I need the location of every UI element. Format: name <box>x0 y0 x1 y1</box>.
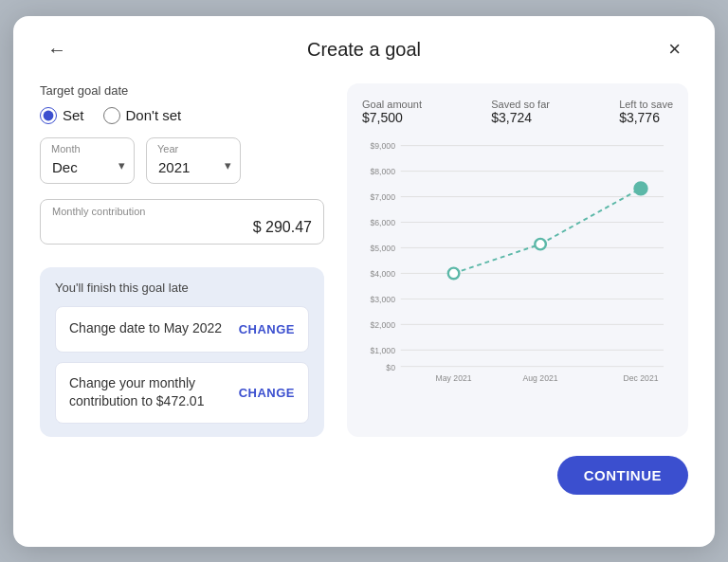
radio-set[interactable]: Set <box>40 107 84 124</box>
suggestion-2-change-button[interactable]: CHANGE <box>224 382 295 404</box>
suggestion-2: Change your monthly contribution to $472… <box>55 362 309 424</box>
svg-text:Dec 2021: Dec 2021 <box>623 373 658 383</box>
month-select[interactable]: Dec Jan Feb Mar Apr May Jun Jul Aug Sep … <box>40 137 135 184</box>
svg-text:$4,000: $4,000 <box>370 269 395 279</box>
chart-point-aug <box>535 238 546 249</box>
chart-header: Goal amount $7,500 Saved so far $3,724 L… <box>362 99 673 125</box>
radio-group: Set Don't set <box>40 107 324 124</box>
year-select[interactable]: 2021 2020 2022 2023 2024 <box>146 137 241 184</box>
suggestion-2-text: Change your monthly contribution to $472… <box>69 374 224 411</box>
left-to-save-value: $3,776 <box>619 110 660 125</box>
modal-header: ← Create a goal × <box>40 39 688 61</box>
saved-so-far-label: Saved so far <box>491 99 550 110</box>
right-panel: Goal amount $7,500 Saved so far $3,724 L… <box>347 83 688 437</box>
svg-text:$6,000: $6,000 <box>370 218 395 227</box>
radio-dont-set-label: Don't set <box>126 107 182 123</box>
chart-point-dec <box>634 182 646 194</box>
year-select-group: Year 2021 2020 2022 2023 2024 ▾ <box>146 137 241 184</box>
goal-amount-value: $7,500 <box>362 110 403 125</box>
target-goal-label: Target goal date <box>40 83 324 98</box>
continue-button[interactable]: CONTINUE <box>557 456 688 495</box>
modal: ← Create a goal × Target goal date Set D… <box>13 16 715 547</box>
svg-text:$2,000: $2,000 <box>370 320 395 330</box>
contribution-input[interactable] <box>52 219 312 236</box>
left-to-save-label: Left to save <box>619 99 673 110</box>
svg-text:$7,000: $7,000 <box>370 192 395 202</box>
modal-body: Target goal date Set Don't set Month <box>40 83 688 437</box>
date-row: Month Dec Jan Feb Mar Apr May Jun Jul Au… <box>40 137 324 184</box>
back-button[interactable]: ← <box>40 35 74 64</box>
suggestion-1: Change date to May 2022 CHANGE <box>55 306 309 353</box>
svg-text:$3,000: $3,000 <box>370 295 395 304</box>
chart-point-may <box>448 267 460 279</box>
left-panel: Target goal date Set Don't set Month <box>40 83 324 437</box>
svg-line-20 <box>454 244 540 273</box>
monthly-contribution-group: Monthly contribution <box>40 199 324 245</box>
page-title: Create a goal <box>307 39 421 61</box>
chart-svg: $9,000 $8,000 $7,000 $6,000 $5,000 $4,00… <box>362 136 673 383</box>
suggestions-title: You'll finish this goal late <box>55 281 309 295</box>
svg-text:$9,000: $9,000 <box>370 141 395 151</box>
target-goal-date-section: Target goal date Set Don't set Month <box>40 83 324 245</box>
radio-dont-set[interactable]: Don't set <box>103 107 182 124</box>
radio-dont-set-input[interactable] <box>103 107 120 124</box>
radio-set-input[interactable] <box>40 107 57 124</box>
saved-so-far-value: $3,724 <box>491 110 532 125</box>
suggestion-1-text: Change date to May 2022 <box>69 319 224 338</box>
svg-text:Aug 2021: Aug 2021 <box>523 373 558 383</box>
chart-left-to-save: Left to save $3,776 <box>619 99 673 125</box>
continue-row: CONTINUE <box>40 456 688 495</box>
svg-text:May 2021: May 2021 <box>436 373 472 383</box>
radio-set-label: Set <box>63 107 84 123</box>
chart-saved-so-far: Saved so far $3,724 <box>491 99 550 125</box>
goal-amount-label: Goal amount <box>362 99 422 110</box>
svg-text:$5,000: $5,000 <box>370 244 395 253</box>
svg-text:$8,000: $8,000 <box>370 167 395 176</box>
suggestion-1-change-button[interactable]: CHANGE <box>224 318 295 340</box>
contribution-label: Monthly contribution <box>52 206 145 217</box>
suggestions-box: You'll finish this goal late Change date… <box>40 267 324 437</box>
chart-goal-amount: Goal amount $7,500 <box>362 99 422 125</box>
svg-text:$1,000: $1,000 <box>370 346 395 355</box>
month-select-group: Month Dec Jan Feb Mar Apr May Jun Jul Au… <box>40 137 135 184</box>
svg-text:$0: $0 <box>386 362 395 372</box>
close-button[interactable]: × <box>661 33 688 65</box>
chart-area: $9,000 $8,000 $7,000 $6,000 $5,000 $4,00… <box>362 136 673 383</box>
